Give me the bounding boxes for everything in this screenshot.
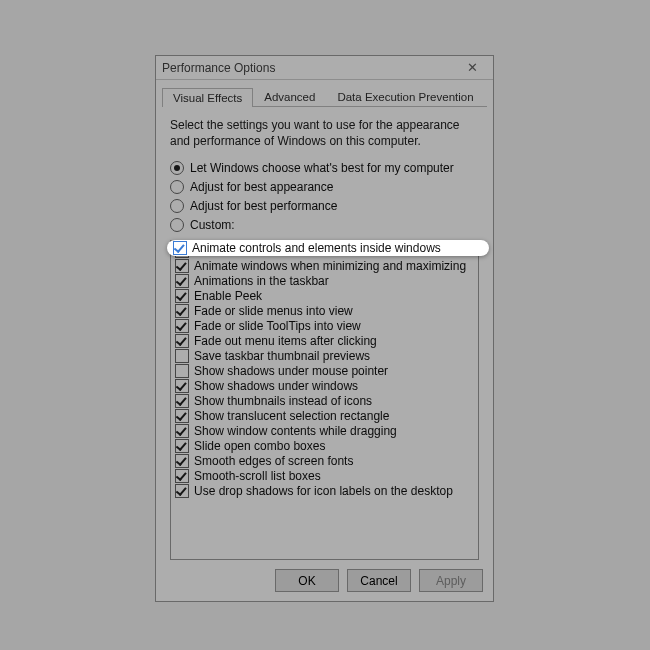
dim-overlay <box>0 0 650 650</box>
checkbox-icon[interactable] <box>173 241 187 255</box>
highlighted-effect-label: Animate controls and elements inside win… <box>192 241 441 255</box>
highlighted-effect-row[interactable]: Animate controls and elements inside win… <box>167 240 489 256</box>
